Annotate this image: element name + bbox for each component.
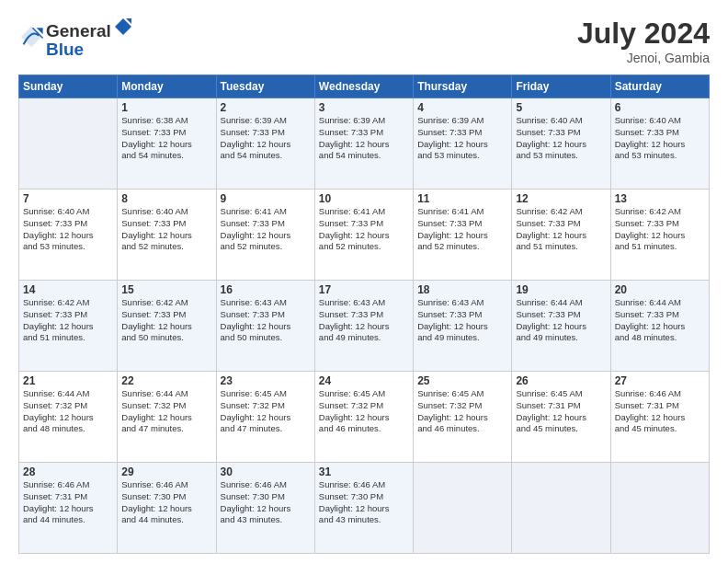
title-block: July 2024 Jenoi, Gambia [577,17,710,65]
day-number: 14 [23,283,113,296]
day-info: Sunrise: 6:43 AMSunset: 7:33 PMDaylight:… [221,297,311,344]
calendar-cell: 13Sunrise: 6:42 AMSunset: 7:33 PMDayligh… [610,190,709,281]
day-info: Sunrise: 6:42 AMSunset: 7:33 PMDaylight:… [615,206,705,253]
calendar-cell: 1Sunrise: 6:38 AMSunset: 7:33 PMDaylight… [118,98,216,190]
calendar-cell: 11Sunrise: 6:41 AMSunset: 7:33 PMDayligh… [414,190,512,281]
day-number: 2 [221,101,311,114]
day-info: Sunrise: 6:42 AMSunset: 7:33 PMDaylight:… [121,297,211,344]
day-number: 21 [23,374,113,387]
calendar-cell: 28Sunrise: 6:46 AMSunset: 7:31 PMDayligh… [19,463,118,554]
day-number: 9 [221,192,311,205]
calendar-cell: 2Sunrise: 6:39 AMSunset: 7:33 PMDaylight… [216,98,314,190]
day-info: Sunrise: 6:44 AMSunset: 7:33 PMDaylight:… [615,297,705,344]
page: General Blue July 2024 Jenoi, Gambia Sun… [0,0,728,563]
day-info: Sunrise: 6:41 AMSunset: 7:33 PMDaylight:… [319,206,409,253]
day-number: 24 [319,374,409,387]
day-info: Sunrise: 6:39 AMSunset: 7:33 PMDaylight:… [221,115,311,162]
weekday-header-row: SundayMondayTuesdayWednesdayThursdayFrid… [19,75,710,98]
day-info: Sunrise: 6:45 AMSunset: 7:32 PMDaylight:… [221,388,311,435]
day-number: 17 [319,283,409,296]
calendar-cell: 12Sunrise: 6:42 AMSunset: 7:33 PMDayligh… [512,190,610,281]
calendar-cell: 18Sunrise: 6:43 AMSunset: 7:33 PMDayligh… [414,281,512,372]
calendar-week-5: 28Sunrise: 6:46 AMSunset: 7:31 PMDayligh… [19,463,710,554]
calendar-cell [512,463,610,554]
weekday-thursday: Thursday [414,75,512,98]
header: General Blue July 2024 Jenoi, Gambia [18,17,710,65]
day-info: Sunrise: 6:42 AMSunset: 7:33 PMDaylight:… [23,297,113,344]
day-number: 26 [516,374,606,387]
calendar-cell: 3Sunrise: 6:39 AMSunset: 7:33 PMDaylight… [314,98,413,190]
calendar-cell: 27Sunrise: 6:46 AMSunset: 7:31 PMDayligh… [610,372,709,463]
calendar-cell: 14Sunrise: 6:42 AMSunset: 7:33 PMDayligh… [19,281,118,372]
calendar-cell: 31Sunrise: 6:46 AMSunset: 7:30 PMDayligh… [314,463,413,554]
day-number: 23 [221,374,311,387]
weekday-wednesday: Wednesday [314,75,413,98]
day-number: 10 [319,192,409,205]
calendar-cell: 8Sunrise: 6:40 AMSunset: 7:33 PMDaylight… [118,190,216,281]
logo-text-block: General Blue [46,17,133,60]
day-info: Sunrise: 6:41 AMSunset: 7:33 PMDaylight:… [221,206,311,253]
day-number: 13 [615,192,705,205]
day-info: Sunrise: 6:44 AMSunset: 7:32 PMDaylight:… [23,388,113,435]
day-number: 15 [121,283,211,296]
day-info: Sunrise: 6:41 AMSunset: 7:33 PMDaylight:… [417,206,507,253]
day-info: Sunrise: 6:46 AMSunset: 7:31 PMDaylight:… [615,388,705,435]
logo-general: General [46,21,111,41]
day-info: Sunrise: 6:39 AMSunset: 7:33 PMDaylight:… [417,115,507,162]
calendar-cell: 17Sunrise: 6:43 AMSunset: 7:33 PMDayligh… [314,281,413,372]
calendar-cell: 16Sunrise: 6:43 AMSunset: 7:33 PMDayligh… [216,281,314,372]
location: Jenoi, Gambia [577,51,710,65]
day-number: 20 [615,283,705,296]
day-info: Sunrise: 6:39 AMSunset: 7:33 PMDaylight:… [319,115,409,162]
day-number: 4 [417,101,507,114]
calendar-cell [610,463,709,554]
calendar-cell: 6Sunrise: 6:40 AMSunset: 7:33 PMDaylight… [610,98,709,190]
day-number: 6 [615,101,705,114]
weekday-friday: Friday [512,75,610,98]
day-number: 18 [417,283,507,296]
day-number: 25 [417,374,507,387]
weekday-monday: Monday [118,75,216,98]
calendar-cell: 26Sunrise: 6:45 AMSunset: 7:31 PMDayligh… [512,372,610,463]
day-info: Sunrise: 6:46 AMSunset: 7:31 PMDaylight:… [23,479,113,526]
day-number: 11 [417,192,507,205]
logo-icon [18,24,44,50]
calendar-cell: 30Sunrise: 6:46 AMSunset: 7:30 PMDayligh… [216,463,314,554]
day-number: 16 [221,283,311,296]
calendar-cell: 15Sunrise: 6:42 AMSunset: 7:33 PMDayligh… [118,281,216,372]
day-number: 3 [319,101,409,114]
day-number: 30 [221,465,311,478]
day-info: Sunrise: 6:40 AMSunset: 7:33 PMDaylight:… [615,115,705,162]
day-number: 27 [615,374,705,387]
day-number: 22 [121,374,211,387]
day-info: Sunrise: 6:46 AMSunset: 7:30 PMDaylight:… [121,479,211,526]
calendar-cell [414,463,512,554]
calendar-cell: 23Sunrise: 6:45 AMSunset: 7:32 PMDayligh… [216,372,314,463]
day-number: 28 [23,465,113,478]
calendar-cell: 21Sunrise: 6:44 AMSunset: 7:32 PMDayligh… [19,372,118,463]
day-number: 19 [516,283,606,296]
logo: General Blue [18,17,133,60]
day-info: Sunrise: 6:38 AMSunset: 7:33 PMDaylight:… [121,115,211,162]
day-info: Sunrise: 6:44 AMSunset: 7:32 PMDaylight:… [121,388,211,435]
calendar-cell: 7Sunrise: 6:40 AMSunset: 7:33 PMDaylight… [19,190,118,281]
logo-blue: Blue [46,40,133,60]
calendar-cell: 4Sunrise: 6:39 AMSunset: 7:33 PMDaylight… [414,98,512,190]
day-info: Sunrise: 6:45 AMSunset: 7:32 PMDaylight:… [417,388,507,435]
calendar-week-4: 21Sunrise: 6:44 AMSunset: 7:32 PMDayligh… [19,372,710,463]
calendar-cell: 25Sunrise: 6:45 AMSunset: 7:32 PMDayligh… [414,372,512,463]
calendar-cell: 24Sunrise: 6:45 AMSunset: 7:32 PMDayligh… [314,372,413,463]
day-info: Sunrise: 6:44 AMSunset: 7:33 PMDaylight:… [516,297,606,344]
day-number: 29 [121,465,211,478]
calendar-cell: 9Sunrise: 6:41 AMSunset: 7:33 PMDaylight… [216,190,314,281]
calendar-cell: 29Sunrise: 6:46 AMSunset: 7:30 PMDayligh… [118,463,216,554]
day-info: Sunrise: 6:45 AMSunset: 7:31 PMDaylight:… [516,388,606,435]
month-year: July 2024 [577,17,710,51]
weekday-saturday: Saturday [610,75,709,98]
day-info: Sunrise: 6:42 AMSunset: 7:33 PMDaylight:… [516,206,606,253]
calendar-cell: 10Sunrise: 6:41 AMSunset: 7:33 PMDayligh… [314,190,413,281]
day-info: Sunrise: 6:43 AMSunset: 7:33 PMDaylight:… [319,297,409,344]
weekday-tuesday: Tuesday [216,75,314,98]
calendar-week-3: 14Sunrise: 6:42 AMSunset: 7:33 PMDayligh… [19,281,710,372]
calendar-cell: 19Sunrise: 6:44 AMSunset: 7:33 PMDayligh… [512,281,610,372]
